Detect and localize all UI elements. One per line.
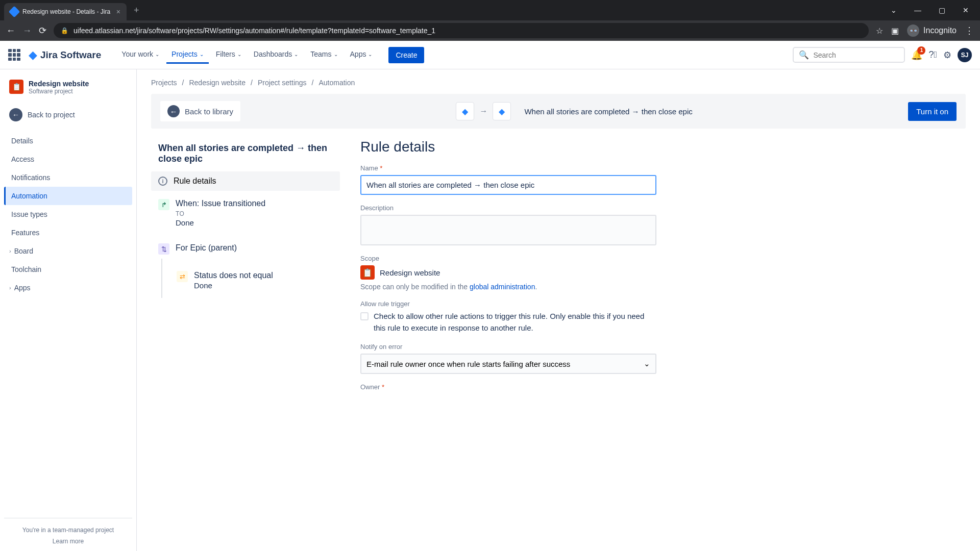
rule-tree-panel: When all stories are completed → then cl… (151, 139, 340, 400)
nav-item-teams[interactable]: Teams⌄ (305, 46, 342, 64)
description-input[interactable] (360, 215, 656, 245)
incognito-icon: 👓 (907, 24, 919, 37)
project-sidebar: 📋 Redesign website Software project ← Ba… (0, 69, 137, 551)
allow-trigger-text: Check to allow other rule actions to tri… (374, 311, 656, 334)
search-box[interactable]: 🔍 (793, 47, 905, 63)
allow-trigger-label: Allow rule trigger (360, 300, 656, 308)
nav-item-dashboards[interactable]: Dashboards⌄ (249, 46, 304, 64)
chevron-down-icon: ⌄ (644, 359, 650, 368)
rule-tree-title: When all stories are completed → then cl… (151, 139, 340, 171)
name-input[interactable] (360, 175, 656, 195)
notify-select[interactable]: E-mail rule owner once when rule starts … (360, 354, 656, 374)
rule-details-form: Rule details Name * Description Scope 📋 … (360, 139, 656, 400)
sidebar-item-notifications[interactable]: Notifications (4, 168, 132, 187)
jira-favicon (9, 6, 20, 18)
description-label: Description (360, 204, 656, 212)
scope-value: Redesign website (380, 268, 440, 277)
trigger-flow-icon: ◆ (456, 102, 474, 120)
extensions-icon[interactable]: ▣ (891, 26, 899, 36)
jira-header: ◆ Jira Software Your work⌄Projects⌄Filte… (0, 41, 980, 69)
notification-badge: 1 (917, 46, 925, 55)
name-label: Name * (360, 164, 656, 172)
nav-item-your-work[interactable]: Your work⌄ (116, 46, 164, 64)
step-icon: ↱ (158, 199, 169, 210)
nav-item-filters[interactable]: Filters⌄ (211, 46, 247, 64)
notifications-button[interactable]: 🔔 1 (911, 49, 922, 61)
rule-step[interactable]: ⇄Status does not equalDone (169, 263, 340, 298)
close-tab-icon[interactable]: × (116, 8, 120, 16)
sidebar-item-issue-types[interactable]: Issue types (4, 205, 132, 223)
sidebar-item-apps[interactable]: ›Apps (4, 279, 132, 297)
tab-dropdown-icon[interactable]: ⌄ (887, 4, 901, 16)
step-icon: ⇄ (177, 271, 188, 282)
breadcrumb: Projects/Redesign website/Project settin… (151, 79, 966, 87)
sidebar-item-details[interactable]: Details (4, 132, 132, 150)
nav-item-apps[interactable]: Apps⌄ (345, 46, 378, 64)
settings-gear-icon[interactable]: ⚙ (943, 49, 951, 61)
jira-mark-icon: ◆ (29, 48, 37, 62)
breadcrumb-item[interactable]: Automation (318, 79, 355, 87)
breadcrumb-item[interactable]: Projects (151, 79, 177, 87)
allow-trigger-checkbox[interactable] (360, 312, 369, 320)
action-flow-icon: ◆ (493, 102, 511, 120)
sidebar-item-toolchain[interactable]: Toolchain (4, 260, 132, 279)
browser-menu-icon[interactable]: ⋮ (965, 25, 974, 36)
sidebar-footer: You're in a team-managed project Learn m… (4, 518, 132, 545)
step-icon: ⇅ (158, 243, 169, 255)
jira-logo[interactable]: ◆ Jira Software (29, 48, 101, 62)
back-icon[interactable]: ← (6, 26, 15, 36)
sidebar-item-automation[interactable]: Automation (4, 187, 132, 205)
nav-item-projects[interactable]: Projects⌄ (166, 46, 209, 64)
incognito-indicator[interactable]: 👓 Incognito (907, 24, 957, 37)
rule-step[interactable]: ↱When: Issue transitionedTODone (151, 191, 340, 235)
project-type: Software project (29, 88, 89, 95)
user-avatar[interactable]: SJ (958, 48, 972, 62)
browser-tab-strip: Redesign website - Details - Jira × + ⌄ … (0, 0, 980, 20)
breadcrumb-item[interactable]: Redesign website (189, 79, 246, 87)
rule-details-item[interactable]: i Rule details (151, 171, 340, 191)
project-name: Redesign website (29, 80, 89, 88)
rule-step[interactable]: ⇅For Epic (parent) (151, 235, 340, 263)
bookmark-icon[interactable]: ☆ (876, 26, 883, 36)
rule-header-bar: ← Back to library ◆ → ◆ When all stories… (151, 94, 966, 129)
owner-label: Owner * (360, 383, 656, 391)
maximize-icon[interactable]: ▢ (935, 4, 949, 16)
reload-icon[interactable]: ⟳ (39, 25, 46, 36)
sidebar-item-board[interactable]: ›Board (4, 242, 132, 260)
new-tab-button[interactable]: + (134, 5, 139, 16)
sidebar-item-features[interactable]: Features (4, 223, 132, 242)
info-icon: i (158, 177, 167, 186)
main-content: Projects/Redesign website/Project settin… (137, 69, 980, 551)
project-header[interactable]: 📋 Redesign website Software project (4, 80, 132, 103)
global-admin-link[interactable]: global administration (470, 283, 535, 291)
sidebar-item-access[interactable]: Access (4, 150, 132, 168)
browser-address-bar: ← → ⟳ 🔒 uifeed.atlassian.net/jira/softwa… (0, 20, 980, 41)
arrow-left-circle-icon: ← (167, 105, 180, 117)
rule-flow-icons: ◆ → ◆ (456, 102, 511, 120)
notify-label: Notify on error (360, 343, 656, 350)
search-icon: 🔍 (799, 50, 809, 60)
learn-more-link[interactable]: Learn more (9, 538, 127, 545)
forward-icon[interactable]: → (22, 26, 32, 36)
back-to-project[interactable]: ← Back to project (4, 103, 132, 127)
help-icon[interactable]: ?⃝ (928, 49, 937, 60)
scope-project-icon: 📋 (360, 265, 375, 280)
close-window-icon[interactable]: ✕ (959, 4, 973, 16)
turn-on-button[interactable]: Turn it on (908, 102, 957, 121)
back-to-library-button[interactable]: ← Back to library (160, 101, 240, 121)
url-text: uifeed.atlassian.net/jira/software/proje… (74, 27, 435, 35)
lock-icon: 🔒 (61, 27, 68, 34)
app-switcher-icon[interactable] (8, 49, 20, 61)
tab-title: Redesign website - Details - Jira (22, 8, 110, 15)
scope-label: Scope (360, 255, 656, 262)
minimize-icon[interactable]: — (910, 4, 925, 16)
url-field[interactable]: 🔒 uifeed.atlassian.net/jira/software/pro… (54, 23, 869, 38)
rule-summary-text: When all stories are completed → then cl… (524, 107, 692, 116)
flow-arrow-icon: → (479, 107, 487, 116)
create-button[interactable]: Create (388, 47, 424, 63)
breadcrumb-item[interactable]: Project settings (258, 79, 307, 87)
arrow-left-icon: ← (9, 108, 22, 121)
browser-tab[interactable]: Redesign website - Details - Jira × (4, 3, 127, 20)
scope-note: Scope can only be modified in the global… (360, 283, 656, 291)
search-input[interactable] (813, 51, 899, 59)
